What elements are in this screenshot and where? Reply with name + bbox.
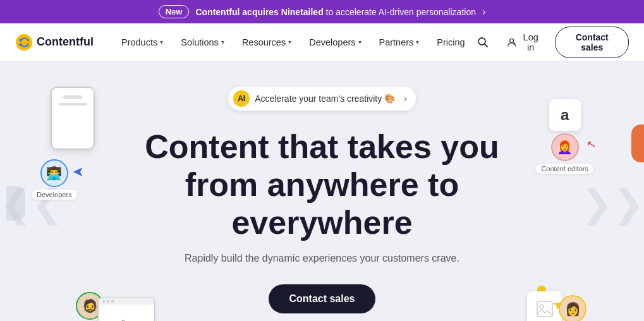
browser-dot-3 bbox=[111, 300, 114, 303]
banner-arrow-icon: › bbox=[482, 6, 485, 18]
ai-badge: AI bbox=[233, 90, 250, 107]
nav-item-solutions[interactable]: Solutions ▾ bbox=[173, 32, 232, 52]
svg-point-1 bbox=[19, 39, 21, 41]
content-editor-label: Content editors bbox=[536, 164, 593, 174]
content-editor-persona: a 👩‍🦰 Content editors bbox=[536, 99, 593, 174]
nav-item-products[interactable]: Products ▾ bbox=[114, 32, 171, 52]
main-navigation: Contentful Products ▾ Solutions ▾ Resour… bbox=[0, 23, 644, 61]
svg-rect-6 bbox=[537, 301, 552, 317]
designer-avatar: 👩 bbox=[559, 295, 586, 321]
developer-label: Developers bbox=[32, 190, 77, 200]
bg-chevrons-right-deco: ❯❯ bbox=[581, 181, 644, 226]
search-icon bbox=[477, 36, 489, 49]
logo-text: Contentful bbox=[37, 35, 94, 49]
ai-pill-arrow-icon: › bbox=[404, 94, 407, 104]
new-badge: New bbox=[159, 5, 190, 18]
developer-avatar: 👨‍💻 bbox=[40, 159, 68, 187]
orange-blob-deco bbox=[631, 124, 644, 162]
nav-item-partners[interactable]: Partners ▾ bbox=[372, 32, 427, 52]
chevron-down-icon: ▾ bbox=[288, 39, 291, 45]
left-blob-deco bbox=[6, 186, 25, 221]
nav-right-actions: Log in Contact sales bbox=[473, 27, 629, 58]
announcement-banner[interactable]: New Contentful acquires Ninetailed to ac… bbox=[0, 0, 644, 23]
logo-link[interactable]: Contentful bbox=[15, 33, 94, 51]
nav-item-developers[interactable]: Developers ▾ bbox=[301, 32, 368, 52]
chevron-down-icon: ▾ bbox=[160, 39, 163, 45]
ai-pill[interactable]: AI Accelerate your team's creativity 🎨 › bbox=[228, 87, 416, 111]
browser-dot-2 bbox=[107, 300, 109, 303]
ai-pill-text: Accelerate your team's creativity 🎨 bbox=[255, 94, 395, 104]
developer-persona: 👨‍💻 Developers bbox=[32, 159, 77, 200]
hero-subtitle: Rapidly build the dynamic experiences yo… bbox=[185, 253, 459, 264]
chevron-down-icon: ▾ bbox=[416, 39, 419, 45]
chevron-down-icon: ▾ bbox=[221, 39, 224, 45]
phone-mockup-deco bbox=[51, 87, 95, 150]
login-icon bbox=[507, 37, 516, 48]
browser-dot-1 bbox=[102, 300, 105, 303]
nav-item-resources[interactable]: Resources ▾ bbox=[234, 32, 299, 52]
letter-a-card: a bbox=[549, 99, 581, 131]
browser-top-bar bbox=[99, 298, 154, 305]
contact-sales-button[interactable]: Contact sales bbox=[555, 27, 629, 58]
svg-point-0 bbox=[16, 34, 32, 51]
nav-item-pricing[interactable]: Pricing bbox=[429, 32, 472, 52]
developer-arrow-icon: ➤ bbox=[73, 164, 84, 180]
browser-body: ▶ bbox=[122, 305, 131, 321]
svg-point-7 bbox=[540, 305, 544, 308]
svg-line-4 bbox=[484, 44, 487, 47]
browser-mockup-deco: ▶ bbox=[98, 298, 155, 321]
nav-links: Products ▾ Solutions ▾ Resources ▾ Devel… bbox=[114, 32, 473, 52]
content-editor-avatar: 👩‍🦰 bbox=[551, 133, 579, 161]
designer-persona: 👩 Designers bbox=[552, 295, 593, 321]
banner-text: Contentful acquires Ninetailed to accele… bbox=[195, 7, 476, 17]
login-button[interactable]: Log in bbox=[501, 28, 548, 56]
play-icon: ▶ bbox=[122, 316, 131, 321]
hero-cta-button[interactable]: Contact sales bbox=[269, 284, 375, 313]
svg-point-5 bbox=[509, 39, 513, 42]
search-button[interactable] bbox=[473, 32, 493, 52]
chevron-down-icon: ▾ bbox=[358, 39, 361, 45]
hero-section: ❮❮ ❯❯ 👨‍💻 Developers ➤ a 👩‍🦰 Content edi… bbox=[0, 61, 644, 321]
svg-point-2 bbox=[19, 43, 21, 45]
hero-title: Content that takes you from anywhere to … bbox=[145, 128, 499, 241]
contentful-logo-icon bbox=[15, 33, 33, 51]
